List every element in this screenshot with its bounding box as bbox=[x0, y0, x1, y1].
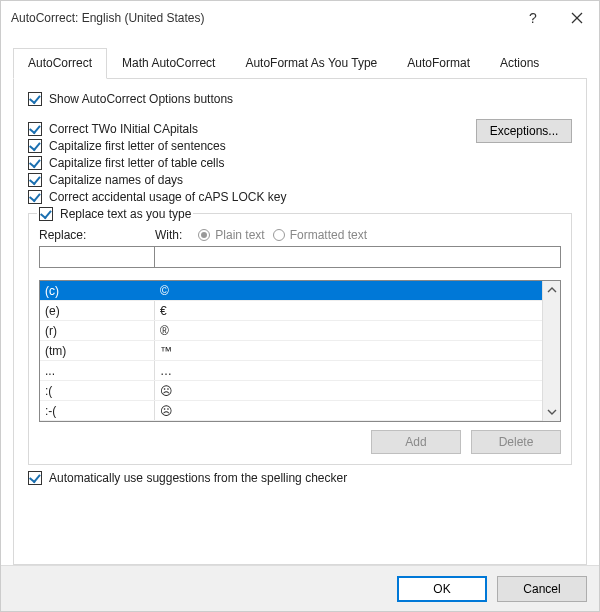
opt-two-initial-capitals[interactable]: Correct TWo INitial CApitals bbox=[28, 122, 476, 136]
list-item-from: (e) bbox=[40, 301, 155, 320]
list-item-to: … bbox=[155, 361, 542, 380]
with-input[interactable] bbox=[154, 246, 561, 268]
tab-autoformat[interactable]: AutoFormat bbox=[392, 48, 485, 79]
list-item[interactable]: (e)€ bbox=[40, 301, 542, 321]
opt-show-buttons-label: Show AutoCorrect Options buttons bbox=[49, 92, 233, 106]
list-item-from: :( bbox=[40, 381, 155, 400]
list-item-to: ™ bbox=[155, 341, 542, 360]
radio-icon bbox=[198, 229, 210, 241]
list-item[interactable]: (c)© bbox=[40, 281, 542, 301]
opt-label: Capitalize first letter of sentences bbox=[49, 139, 226, 153]
close-icon bbox=[571, 12, 583, 24]
replace-input-row bbox=[39, 246, 561, 268]
delete-button[interactable]: Delete bbox=[471, 430, 561, 454]
tab-autocorrect[interactable]: AutoCorrect bbox=[13, 48, 107, 79]
add-button[interactable]: Add bbox=[371, 430, 461, 454]
content-area: AutoCorrect Math AutoCorrect AutoFormat … bbox=[1, 35, 599, 565]
opt-spellcheck-suggestions[interactable]: Automatically use suggestions from the s… bbox=[28, 471, 572, 485]
checkbox-icon bbox=[28, 471, 42, 485]
checkbox-icon bbox=[28, 92, 42, 106]
with-label: With: bbox=[155, 228, 182, 242]
replace-group: Replace text as you type Replace: With: … bbox=[28, 213, 572, 465]
tab-strip: AutoCorrect Math AutoCorrect AutoFormat … bbox=[13, 47, 587, 79]
checkbox-icon bbox=[39, 207, 53, 221]
opt-capitalize-days[interactable]: Capitalize names of days bbox=[28, 173, 476, 187]
list-item-from: :-( bbox=[40, 401, 155, 420]
autocorrect-dialog: AutoCorrect: English (United States) ? A… bbox=[0, 0, 600, 612]
checkbox-icon bbox=[28, 122, 42, 136]
opt-label: Correct accidental usage of cAPS LOCK ke… bbox=[49, 190, 286, 204]
list-item[interactable]: (r)® bbox=[40, 321, 542, 341]
scroll-down-icon[interactable] bbox=[543, 403, 560, 421]
checkbox-icon bbox=[28, 190, 42, 204]
cancel-button[interactable]: Cancel bbox=[497, 576, 587, 602]
opt-first-letter-table-cells[interactable]: Capitalize first letter of table cells bbox=[28, 156, 476, 170]
list-item[interactable]: ...… bbox=[40, 361, 542, 381]
tab-panel: Show AutoCorrect Options buttons Correct… bbox=[13, 79, 587, 565]
replace-label: Replace: bbox=[39, 228, 155, 242]
list-item-to: ☹ bbox=[155, 401, 542, 420]
scroll-up-icon[interactable] bbox=[543, 281, 560, 299]
opt-caps-lock[interactable]: Correct accidental usage of cAPS LOCK ke… bbox=[28, 190, 476, 204]
list-item-to: ® bbox=[155, 321, 542, 340]
tab-autoformat-typing[interactable]: AutoFormat As You Type bbox=[230, 48, 392, 79]
correction-options-row: Correct TWo INitial CApitals Capitalize … bbox=[28, 119, 572, 207]
list-actions: Add Delete bbox=[39, 430, 561, 454]
list-item-from: ... bbox=[40, 361, 155, 380]
close-button[interactable] bbox=[554, 3, 599, 33]
list-item[interactable]: :(☹ bbox=[40, 381, 542, 401]
list-scrollbar[interactable] bbox=[542, 281, 560, 421]
radio-formatted-text: Formatted text bbox=[265, 228, 367, 242]
dialog-title: AutoCorrect: English (United States) bbox=[11, 11, 509, 25]
replacement-list: (c)©(e)€(r)®(tm)™...…:(☹:-(☹ bbox=[39, 280, 561, 422]
list-item-from: (c) bbox=[40, 281, 155, 300]
replacement-list-body[interactable]: (c)©(e)€(r)®(tm)™...…:(☹:-(☹ bbox=[40, 281, 542, 421]
checkbox-icon bbox=[28, 156, 42, 170]
opt-label: Correct TWo INitial CApitals bbox=[49, 122, 198, 136]
opt-label: Capitalize names of days bbox=[49, 173, 183, 187]
checkbox-icon bbox=[28, 139, 42, 153]
list-item[interactable]: :-(☹ bbox=[40, 401, 542, 421]
radio-plain-text: Plain text bbox=[190, 228, 264, 242]
opt-show-buttons[interactable]: Show AutoCorrect Options buttons bbox=[28, 92, 572, 106]
list-item-from: (r) bbox=[40, 321, 155, 340]
help-button[interactable]: ? bbox=[509, 3, 554, 33]
list-item-to: € bbox=[155, 301, 542, 320]
replace-input[interactable] bbox=[39, 246, 155, 268]
ok-button[interactable]: OK bbox=[397, 576, 487, 602]
list-item-to: ☹ bbox=[155, 381, 542, 400]
opt-label: Capitalize first letter of table cells bbox=[49, 156, 224, 170]
radio-formatted-label: Formatted text bbox=[290, 228, 367, 242]
titlebar: AutoCorrect: English (United States) ? bbox=[1, 1, 599, 35]
opt-first-letter-sentences[interactable]: Capitalize first letter of sentences bbox=[28, 139, 476, 153]
spellcheck-label: Automatically use suggestions from the s… bbox=[49, 471, 347, 485]
list-item-to: © bbox=[155, 281, 542, 300]
list-item[interactable]: (tm)™ bbox=[40, 341, 542, 361]
correction-options: Correct TWo INitial CApitals Capitalize … bbox=[28, 119, 476, 207]
replace-with-labels: Replace: With: Plain text Formatted text bbox=[39, 228, 561, 242]
radio-plain-label: Plain text bbox=[215, 228, 264, 242]
exceptions-button[interactable]: Exceptions... bbox=[476, 119, 572, 143]
dialog-footer: OK Cancel bbox=[1, 565, 599, 611]
tab-actions[interactable]: Actions bbox=[485, 48, 554, 79]
radio-icon bbox=[273, 229, 285, 241]
opt-replace-as-you-type[interactable]: Replace text as you type bbox=[37, 207, 193, 221]
tab-math-autocorrect[interactable]: Math AutoCorrect bbox=[107, 48, 230, 79]
checkbox-icon bbox=[28, 173, 42, 187]
replace-legend-label: Replace text as you type bbox=[60, 207, 191, 221]
list-item-from: (tm) bbox=[40, 341, 155, 360]
svg-text:?: ? bbox=[529, 11, 537, 25]
